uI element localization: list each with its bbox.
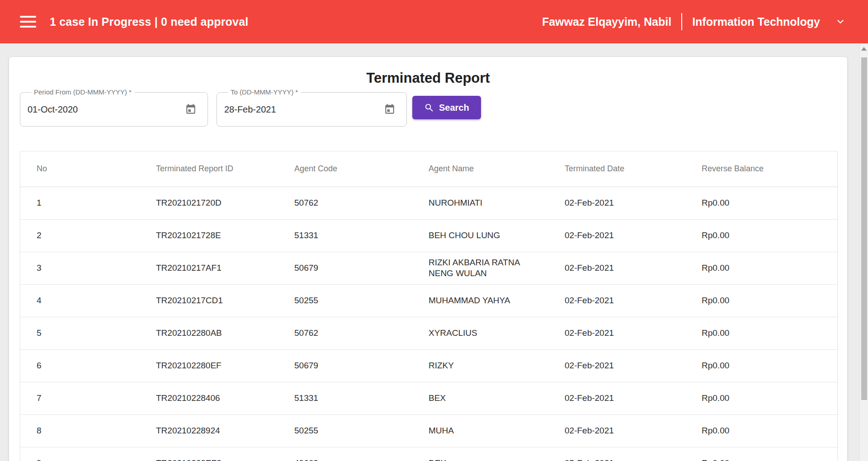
- table-cell: DEX: [412, 447, 548, 461]
- table-cell: 02-Feb-2021: [548, 284, 685, 317]
- table-cell: 05-Feb-2021: [548, 447, 685, 461]
- table-cell: MUHA: [412, 414, 548, 447]
- table-cell: RIZKY: [412, 349, 548, 382]
- table-cell: 02-Feb-2021: [548, 349, 685, 382]
- table-cell: TR20210228EF3: [140, 447, 278, 461]
- table-cell: BEX: [412, 382, 548, 414]
- calendar-icon[interactable]: [384, 103, 397, 116]
- table-cell: 50255: [278, 284, 412, 317]
- table-cell: MUHAMMAD YAHYA: [412, 284, 548, 317]
- table-cell: XYRACLIUS: [412, 317, 548, 349]
- table-cell: 1: [20, 187, 140, 219]
- page-content: Terminated Report Period From (DD-MMM-YY…: [0, 43, 868, 461]
- search-button-label: Search: [439, 103, 469, 113]
- search-button[interactable]: Search: [412, 96, 481, 119]
- period-from-value: 01-Oct-2020: [28, 104, 78, 115]
- period-to-label: To (DD-MMM-YYYY) *: [228, 88, 301, 96]
- user-department: Information Technology: [692, 15, 820, 28]
- table-cell: Rp0.00: [685, 317, 838, 349]
- table-body: 1TR2021021720D50762NUROHMIATI02-Feb-2021…: [20, 187, 838, 461]
- table-cell: 50679: [278, 349, 412, 382]
- table-row: 7TR2021022840651331BEX02-Feb-2021Rp0.00: [20, 382, 838, 414]
- table-cell: 2: [20, 219, 140, 252]
- table-cell: TR202102280EF: [140, 349, 278, 382]
- period-from-field[interactable]: Period From (DD-MMM-YYYY) * 01-Oct-2020: [20, 92, 208, 127]
- table-cell: 51331: [278, 382, 412, 414]
- table-row: 1TR2021021720D50762NUROHMIATI02-Feb-2021…: [20, 187, 838, 219]
- table-cell: TR20210228406: [140, 382, 278, 414]
- app-bar: 1 case In Progress | 0 need approval Faw…: [0, 0, 868, 43]
- table-row: 9TR20210228EF349663DEX05-Feb-2021Rp0.00: [20, 447, 838, 461]
- report-card: Terminated Report Period From (DD-MMM-YY…: [9, 57, 847, 461]
- table-cell: TR2021021720D: [140, 187, 278, 219]
- table-header-row: NoTerminated Report IDAgent CodeAgent Na…: [20, 151, 838, 187]
- table-cell: Rp0.00: [685, 382, 838, 414]
- case-status-text: 1 case In Progress | 0 need approval: [50, 15, 248, 28]
- column-header: Agent Name: [412, 151, 548, 187]
- table-cell: 50679: [278, 252, 412, 284]
- filter-row: Period From (DD-MMM-YYYY) * 01-Oct-2020 …: [9, 92, 847, 127]
- table-cell: Rp0.00: [685, 219, 838, 252]
- table-cell: 4: [20, 284, 140, 317]
- table-row: 8TR2021022892450255MUHA02-Feb-2021Rp0.00: [20, 414, 838, 447]
- table-cell: 9: [20, 447, 140, 461]
- period-from-label: Period From (DD-MMM-YYYY) *: [31, 88, 134, 96]
- table-row: 4TR20210217CD150255MUHAMMAD YAHYA02-Feb-…: [20, 284, 838, 317]
- table-cell: TR202102280AB: [140, 317, 278, 349]
- table-row: 2TR2021021728E51331BEH CHOU LUNG02-Feb-2…: [20, 219, 838, 252]
- results-table: NoTerminated Report IDAgent CodeAgent Na…: [20, 151, 838, 461]
- table-cell: 02-Feb-2021: [548, 317, 685, 349]
- column-header: Agent Code: [278, 151, 412, 187]
- table-cell: Rp0.00: [685, 187, 838, 219]
- table-row: 6TR202102280EF50679RIZKY02-Feb-2021Rp0.0…: [20, 349, 838, 382]
- table-cell: Rp0.00: [685, 349, 838, 382]
- header-divider: [681, 13, 682, 30]
- calendar-icon[interactable]: [185, 103, 198, 116]
- table-cell: 8: [20, 414, 140, 447]
- table-cell: 49663: [278, 447, 412, 461]
- table-cell: Rp0.00: [685, 414, 838, 447]
- period-to-value: 28-Feb-2021: [224, 104, 276, 115]
- table-cell: 50762: [278, 317, 412, 349]
- table-cell: 02-Feb-2021: [548, 219, 685, 252]
- table-cell: TR2021021728E: [140, 219, 278, 252]
- table-cell: 7: [20, 382, 140, 414]
- column-header: No: [20, 151, 140, 187]
- table-cell: 6: [20, 349, 140, 382]
- table-cell: TR20210217CD1: [140, 284, 278, 317]
- table-cell: NUROHMIATI: [412, 187, 548, 219]
- scrollbar-thumb[interactable]: [861, 57, 867, 400]
- table-cell: TR20210228924: [140, 414, 278, 447]
- table-cell: 50762: [278, 187, 412, 219]
- table-row: 3TR20210217AF150679RIZKI AKBARIA RATNA N…: [20, 252, 838, 284]
- table-cell: Rp0.00: [685, 447, 838, 461]
- table-cell: Rp0.00: [685, 252, 838, 284]
- search-icon: [424, 103, 434, 113]
- vertical-scrollbar[interactable]: [859, 43, 868, 461]
- chevron-down-icon[interactable]: [835, 17, 845, 27]
- column-header: Reverse Balance: [685, 151, 838, 187]
- table-cell: 02-Feb-2021: [548, 382, 685, 414]
- table-cell: RIZKI AKBARIA RATNA NENG WULAN: [412, 252, 548, 284]
- table-cell: 3: [20, 252, 140, 284]
- table-cell: BEH CHOU LUNG: [412, 219, 548, 252]
- scroll-up-arrow-icon[interactable]: [860, 43, 868, 54]
- table-cell: 02-Feb-2021: [548, 414, 685, 447]
- table-cell: TR20210217AF1: [140, 252, 278, 284]
- column-header: Terminated Report ID: [140, 151, 278, 187]
- table-cell: 02-Feb-2021: [548, 252, 685, 284]
- menu-icon[interactable]: [20, 16, 36, 28]
- table-cell: Rp0.00: [685, 284, 838, 317]
- user-name: Fawwaz Elqayyim, Nabil: [542, 15, 671, 28]
- table-cell: 02-Feb-2021: [548, 187, 685, 219]
- table-row: 5TR202102280AB50762XYRACLIUS02-Feb-2021R…: [20, 317, 838, 349]
- table-cell: 5: [20, 317, 140, 349]
- table-cell: 50255: [278, 414, 412, 447]
- column-header: Terminated Date: [548, 151, 685, 187]
- period-to-field[interactable]: To (DD-MMM-YYYY) * 28-Feb-2021: [217, 92, 407, 127]
- table-cell: 51331: [278, 219, 412, 252]
- page-title: Terminated Report: [9, 70, 847, 87]
- user-menu[interactable]: Fawwaz Elqayyim, Nabil Information Techn…: [542, 13, 845, 30]
